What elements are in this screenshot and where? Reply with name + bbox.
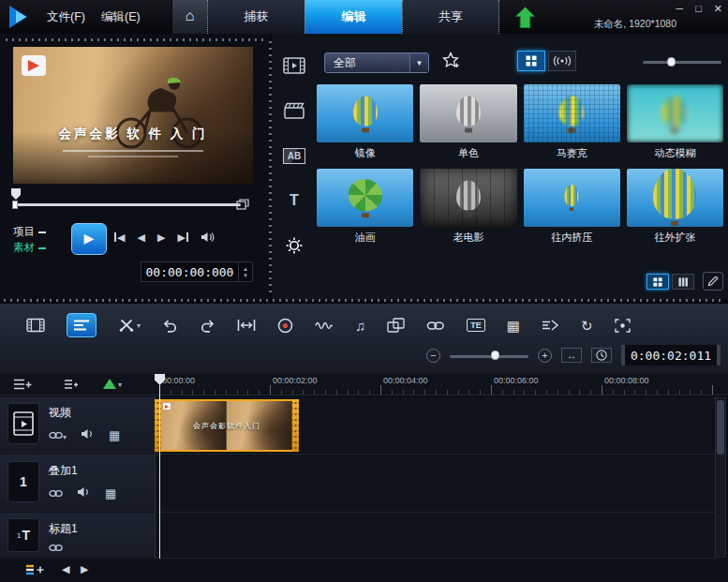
go-to-start-button[interactable]: ◀ — [114, 231, 125, 244]
timeline-scrollbar[interactable] — [715, 397, 726, 558]
gallery-thumbnail-view-button[interactable] — [646, 274, 669, 290]
preview-timecode[interactable]: 00:00:00:000 ▲▼ — [141, 261, 253, 282]
tools-menu-button[interactable]: ▾ — [118, 319, 141, 333]
show-video-filters-button[interactable] — [517, 51, 545, 71]
redo-button[interactable] — [200, 319, 215, 333]
workspace-tabs: 捕获 编辑 共享 — [207, 0, 499, 34]
storyboard-view-button[interactable] — [26, 318, 45, 333]
link-toggle-button[interactable] — [49, 539, 63, 556]
scroll-left-button[interactable]: ◀ — [62, 563, 69, 575]
media-library-icon[interactable] — [279, 51, 309, 81]
toolbar-splitter-handle[interactable] — [4, 299, 724, 302]
tab-edit[interactable]: 编辑 — [305, 0, 402, 34]
mosaic-overlay-button[interactable]: ▦ — [105, 486, 116, 500]
duration-button[interactable] — [591, 348, 612, 363]
add-to-favorites-button[interactable] — [442, 52, 460, 72]
link-toggle-button[interactable]: ▾ — [49, 426, 67, 443]
gallery-list-view-button[interactable] — [672, 274, 694, 290]
gallery-item[interactable]: 镜像 — [317, 84, 413, 160]
gallery-item[interactable]: 老电影 — [420, 169, 516, 245]
transitions-icon[interactable]: AB — [279, 141, 309, 171]
gallery-item[interactable]: 马赛克 — [524, 84, 620, 160]
cyclist-silhouette — [96, 73, 217, 156]
home-tab[interactable]: ⌂ — [171, 0, 207, 34]
upload-arrow-icon[interactable] — [514, 6, 536, 33]
menu-edit[interactable]: 编辑(E) — [94, 0, 148, 34]
slider-handle[interactable] — [491, 351, 499, 360]
timecode-stepper[interactable]: ▲▼ — [238, 262, 252, 281]
mosaic-overlay-button[interactable]: ▦ — [109, 428, 120, 442]
refresh-render-button[interactable]: ↻ — [581, 319, 593, 333]
title-track-header[interactable]: 1T 标题1 — [0, 513, 156, 559]
timeline-ruler[interactable]: 00:00:00 00:00:02:00 00:00:04:00 00:00:0… — [156, 373, 716, 395]
stepper-down-icon[interactable]: ▼ — [243, 273, 248, 278]
mode-clip[interactable]: 素材 — [13, 241, 46, 255]
preview-video-frame[interactable]: 会声会影 软 件 入 门 — [13, 47, 253, 184]
mute-track-button[interactable] — [77, 485, 91, 501]
add-remove-track-button[interactable] — [64, 378, 79, 391]
menu-file[interactable]: 文件(F) — [39, 0, 93, 34]
zoom-out-button[interactable]: − — [426, 349, 440, 363]
next-frame-button[interactable]: ▶ — [157, 231, 165, 244]
sound-mixer-button[interactable] — [315, 320, 334, 332]
play-button[interactable]: ▶ — [71, 223, 107, 255]
video-track-row: 视频 ▾ ▦ 会声会影软件入门 — [0, 396, 728, 455]
subtitle-editor-button[interactable]: TE — [467, 319, 485, 332]
overlay-track-body[interactable] — [156, 455, 715, 513]
category-dropdown[interactable]: 全部 ▼ — [324, 52, 429, 73]
timeline-timecode[interactable]: 0:00:02:011 — [621, 345, 721, 366]
timeline-clip[interactable]: 会声会影软件入门 — [159, 399, 294, 452]
instant-project-icon[interactable] — [279, 96, 309, 126]
overlay-track-header[interactable]: 1 叠加1 ▦ — [0, 455, 156, 513]
auto-music-button[interactable]: ♫ — [355, 319, 365, 333]
scrubber-handle[interactable] — [12, 201, 18, 209]
timeline-view-button[interactable] — [67, 313, 97, 337]
fit-project-button[interactable]: ↔ — [561, 348, 582, 363]
title-track-body[interactable] — [156, 513, 715, 559]
timeline-zoom-slider[interactable] — [450, 351, 528, 361]
gallery-item[interactable]: 单色 — [420, 84, 516, 160]
ripple-edit-button[interactable] — [237, 319, 256, 332]
mode-project[interactable]: 项目 — [13, 225, 46, 239]
maximize-button[interactable]: □ — [695, 3, 702, 15]
track-height-button[interactable] — [24, 563, 47, 580]
track-manager-button[interactable] — [13, 378, 32, 391]
trim-handle-right[interactable] — [292, 399, 299, 452]
motion-tracking-button[interactable] — [615, 319, 631, 333]
video-track-header[interactable]: 视频 ▾ ▦ — [0, 396, 156, 455]
trim-marker[interactable] — [11, 188, 21, 200]
speed-tween-button[interactable] — [542, 319, 559, 332]
panel-splitter-handle[interactable] — [6, 38, 264, 41]
link-toggle-button[interactable] — [49, 485, 63, 501]
record-capture-options-button[interactable] — [277, 318, 293, 334]
slider-handle[interactable] — [667, 57, 676, 67]
filters-icon[interactable] — [279, 231, 309, 261]
options-panel-toggle-button[interactable] — [703, 272, 723, 291]
volume-button[interactable] — [201, 231, 215, 243]
zoom-in-button[interactable]: + — [538, 349, 552, 363]
thumbnail-size-slider[interactable] — [643, 56, 721, 67]
show-audio-filters-button[interactable] — [548, 51, 576, 71]
gallery-item[interactable]: 油画 — [317, 169, 413, 245]
split-screen-template-button[interactable]: ▦ — [507, 319, 520, 333]
scrollbar-thumb[interactable] — [717, 400, 724, 455]
close-button[interactable]: ✕ — [714, 3, 722, 15]
link-clips-button[interactable] — [426, 321, 445, 331]
titles-icon[interactable]: T — [279, 186, 309, 216]
gallery-item[interactable]: 往内挤压 — [524, 169, 620, 245]
stepper-up-icon[interactable]: ▲ — [243, 266, 248, 272]
scroll-right-button[interactable]: ▶ — [81, 563, 88, 575]
batch-convert-button[interactable] — [387, 318, 405, 333]
scrubber-bar[interactable] — [12, 203, 241, 206]
cue-point-button[interactable]: ▾ — [103, 379, 122, 389]
tab-share[interactable]: 共享 — [402, 0, 499, 34]
mute-track-button[interactable] — [81, 426, 95, 443]
enlarge-preview-button[interactable] — [236, 197, 249, 214]
undo-button[interactable] — [162, 319, 178, 333]
gallery-item[interactable]: 往外扩张 — [627, 169, 723, 245]
minimize-button[interactable]: ─ — [676, 3, 683, 15]
tab-capture[interactable]: 捕获 — [207, 0, 305, 34]
previous-frame-button[interactable]: ◀ — [137, 231, 144, 244]
gallery-item[interactable]: 动态模糊 — [627, 84, 723, 160]
go-to-end-button[interactable]: ▶ — [177, 231, 187, 244]
